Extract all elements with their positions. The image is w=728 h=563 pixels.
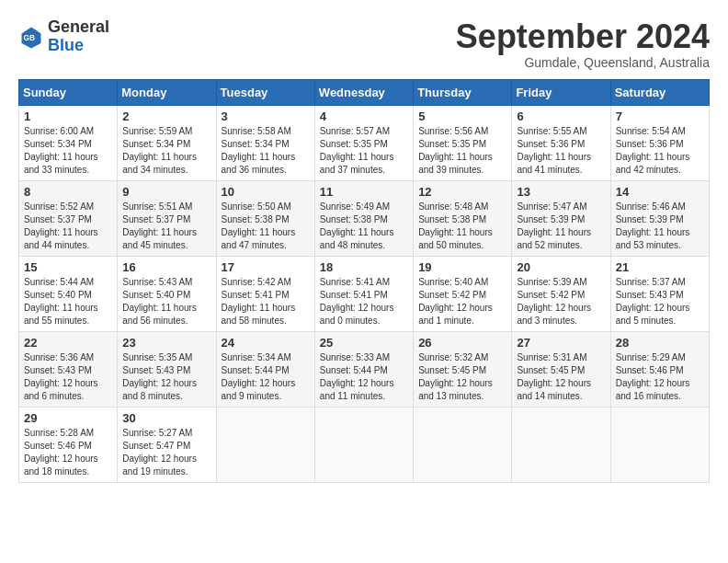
day-number: 9 — [122, 185, 210, 199]
calendar-cell — [216, 407, 314, 482]
day-number: 14 — [616, 185, 704, 199]
weekday-header: Saturday — [610, 79, 709, 105]
day-info: Sunrise: 5:43 AM Sunset: 5:40 PM Dayligh… — [122, 276, 210, 327]
calendar-cell: 9Sunrise: 5:51 AM Sunset: 5:37 PM Daylig… — [118, 180, 216, 256]
weekday-header: Wednesday — [314, 79, 413, 105]
calendar-cell: 1Sunrise: 6:00 AM Sunset: 5:34 PM Daylig… — [19, 105, 118, 180]
day-number: 20 — [517, 260, 605, 274]
calendar-cell: 23Sunrise: 5:35 AM Sunset: 5:43 PM Dayli… — [118, 331, 216, 407]
location-subtitle: Gumdale, Queensland, Australia — [456, 55, 710, 70]
logo: GB General Blue — [18, 18, 109, 55]
day-number: 26 — [418, 336, 506, 350]
calendar-cell: 3Sunrise: 5:58 AM Sunset: 5:34 PM Daylig… — [216, 105, 314, 180]
calendar-cell: 19Sunrise: 5:40 AM Sunset: 5:42 PM Dayli… — [414, 256, 512, 331]
calendar-cell: 13Sunrise: 5:47 AM Sunset: 5:39 PM Dayli… — [512, 180, 610, 256]
calendar-cell — [314, 407, 413, 482]
day-number: 3 — [222, 109, 310, 123]
day-number: 25 — [320, 336, 408, 350]
calendar-cell: 24Sunrise: 5:34 AM Sunset: 5:44 PM Dayli… — [216, 331, 314, 407]
day-number: 19 — [418, 260, 506, 274]
weekday-header-row: SundayMondayTuesdayWednesdayThursdayFrid… — [19, 79, 710, 105]
calendar-cell: 17Sunrise: 5:42 AM Sunset: 5:41 PM Dayli… — [216, 256, 314, 331]
calendar-cell: 7Sunrise: 5:54 AM Sunset: 5:36 PM Daylig… — [610, 105, 709, 180]
calendar-cell: 11Sunrise: 5:49 AM Sunset: 5:38 PM Dayli… — [314, 180, 413, 256]
calendar-table: SundayMondayTuesdayWednesdayThursdayFrid… — [18, 79, 710, 483]
day-info: Sunrise: 5:28 AM Sunset: 5:46 PM Dayligh… — [24, 427, 112, 478]
calendar-cell — [414, 407, 512, 482]
day-number: 10 — [222, 185, 310, 199]
calendar-cell — [610, 407, 709, 482]
calendar-cell: 22Sunrise: 5:36 AM Sunset: 5:43 PM Dayli… — [19, 331, 118, 407]
day-info: Sunrise: 5:48 AM Sunset: 5:38 PM Dayligh… — [418, 201, 506, 252]
day-number: 13 — [517, 185, 605, 199]
day-info: Sunrise: 5:59 AM Sunset: 5:34 PM Dayligh… — [122, 125, 210, 177]
day-number: 2 — [122, 109, 210, 123]
day-info: Sunrise: 5:32 AM Sunset: 5:45 PM Dayligh… — [418, 351, 506, 403]
day-info: Sunrise: 5:46 AM Sunset: 5:39 PM Dayligh… — [616, 201, 704, 252]
day-info: Sunrise: 5:50 AM Sunset: 5:38 PM Dayligh… — [222, 201, 310, 252]
weekday-header: Friday — [512, 79, 610, 105]
logo-text: General Blue — [48, 18, 109, 55]
day-info: Sunrise: 5:39 AM Sunset: 5:42 PM Dayligh… — [517, 276, 605, 327]
day-number: 11 — [320, 185, 408, 199]
day-number: 18 — [320, 260, 408, 274]
day-info: Sunrise: 5:35 AM Sunset: 5:43 PM Dayligh… — [122, 351, 210, 403]
day-number: 23 — [122, 336, 210, 350]
calendar-cell: 5Sunrise: 5:56 AM Sunset: 5:35 PM Daylig… — [414, 105, 512, 180]
day-info: Sunrise: 5:49 AM Sunset: 5:38 PM Dayligh… — [320, 201, 408, 252]
day-info: Sunrise: 5:56 AM Sunset: 5:35 PM Dayligh… — [418, 125, 506, 177]
day-info: Sunrise: 6:00 AM Sunset: 5:34 PM Dayligh… — [24, 125, 112, 177]
day-number: 12 — [418, 185, 506, 199]
day-info: Sunrise: 5:54 AM Sunset: 5:36 PM Dayligh… — [616, 125, 704, 177]
day-info: Sunrise: 5:36 AM Sunset: 5:43 PM Dayligh… — [24, 351, 112, 403]
calendar-cell: 26Sunrise: 5:32 AM Sunset: 5:45 PM Dayli… — [414, 331, 512, 407]
weekday-header: Thursday — [414, 79, 512, 105]
calendar-cell: 8Sunrise: 5:52 AM Sunset: 5:37 PM Daylig… — [19, 180, 118, 256]
calendar-cell: 14Sunrise: 5:46 AM Sunset: 5:39 PM Dayli… — [610, 180, 709, 256]
calendar-week-row: 1Sunrise: 6:00 AM Sunset: 5:34 PM Daylig… — [19, 105, 710, 180]
calendar-week-row: 8Sunrise: 5:52 AM Sunset: 5:37 PM Daylig… — [19, 180, 710, 256]
weekday-header: Monday — [118, 79, 216, 105]
day-info: Sunrise: 5:44 AM Sunset: 5:40 PM Dayligh… — [24, 276, 112, 327]
day-number: 27 — [517, 336, 605, 350]
logo-icon: GB — [18, 24, 44, 50]
calendar-cell: 6Sunrise: 5:55 AM Sunset: 5:36 PM Daylig… — [512, 105, 610, 180]
day-number: 15 — [24, 260, 112, 274]
calendar-cell: 21Sunrise: 5:37 AM Sunset: 5:43 PM Dayli… — [610, 256, 709, 331]
calendar-cell — [512, 407, 610, 482]
calendar-cell: 27Sunrise: 5:31 AM Sunset: 5:45 PM Dayli… — [512, 331, 610, 407]
day-number: 24 — [222, 336, 310, 350]
calendar-cell: 10Sunrise: 5:50 AM Sunset: 5:38 PM Dayli… — [216, 180, 314, 256]
day-number: 6 — [517, 109, 605, 123]
day-number: 21 — [616, 260, 704, 274]
day-number: 8 — [24, 185, 112, 199]
month-title: September 2024 — [456, 18, 710, 55]
page-header: GB General Blue September 2024 Gumdale, … — [18, 18, 710, 70]
calendar-week-row: 22Sunrise: 5:36 AM Sunset: 5:43 PM Dayli… — [19, 331, 710, 407]
title-block: September 2024 Gumdale, Queensland, Aust… — [456, 18, 710, 70]
logo-blue-text: Blue — [48, 37, 109, 55]
calendar-cell: 16Sunrise: 5:43 AM Sunset: 5:40 PM Dayli… — [118, 256, 216, 331]
day-info: Sunrise: 5:31 AM Sunset: 5:45 PM Dayligh… — [517, 351, 605, 403]
day-number: 5 — [418, 109, 506, 123]
calendar-cell: 12Sunrise: 5:48 AM Sunset: 5:38 PM Dayli… — [414, 180, 512, 256]
day-info: Sunrise: 5:41 AM Sunset: 5:41 PM Dayligh… — [320, 276, 408, 327]
calendar-cell: 28Sunrise: 5:29 AM Sunset: 5:46 PM Dayli… — [610, 331, 709, 407]
weekday-header: Sunday — [19, 79, 118, 105]
calendar-cell: 4Sunrise: 5:57 AM Sunset: 5:35 PM Daylig… — [314, 105, 413, 180]
day-info: Sunrise: 5:58 AM Sunset: 5:34 PM Dayligh… — [222, 125, 310, 177]
day-number: 29 — [24, 411, 112, 425]
day-number: 1 — [24, 109, 112, 123]
day-number: 30 — [122, 411, 210, 425]
day-info: Sunrise: 5:37 AM Sunset: 5:43 PM Dayligh… — [616, 276, 704, 327]
day-info: Sunrise: 5:33 AM Sunset: 5:44 PM Dayligh… — [320, 351, 408, 403]
day-number: 28 — [616, 336, 704, 350]
day-number: 17 — [222, 260, 310, 274]
calendar-cell: 29Sunrise: 5:28 AM Sunset: 5:46 PM Dayli… — [19, 407, 118, 482]
day-info: Sunrise: 5:52 AM Sunset: 5:37 PM Dayligh… — [24, 201, 112, 252]
day-info: Sunrise: 5:34 AM Sunset: 5:44 PM Dayligh… — [222, 351, 310, 403]
logo-general-text: General — [48, 18, 109, 37]
day-info: Sunrise: 5:27 AM Sunset: 5:47 PM Dayligh… — [122, 427, 210, 478]
day-info: Sunrise: 5:57 AM Sunset: 5:35 PM Dayligh… — [320, 125, 408, 177]
day-info: Sunrise: 5:40 AM Sunset: 5:42 PM Dayligh… — [418, 276, 506, 327]
